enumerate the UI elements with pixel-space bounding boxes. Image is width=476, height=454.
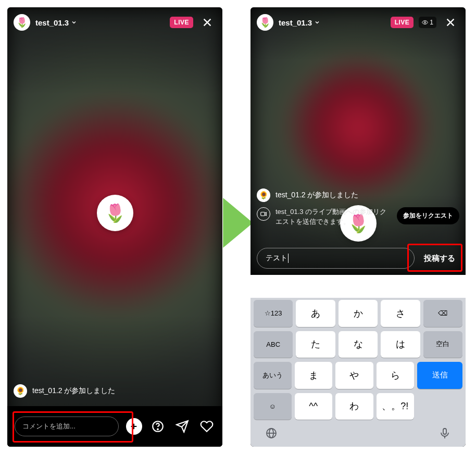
comment-input[interactable]: テスト xyxy=(257,248,415,269)
mic-button[interactable] xyxy=(437,426,452,440)
request-text: test_01.3 のライブ動画への参加リクエストを送信できます。 xyxy=(275,207,392,227)
live-badge: LIVE xyxy=(391,17,414,28)
center-avatar-bubble: 🌷 xyxy=(97,195,133,231)
svg-point-7 xyxy=(424,22,426,23)
key-wa[interactable]: わ xyxy=(335,393,373,420)
joined-text: test_01.2 が参加しました xyxy=(275,191,359,200)
viewer-count-badge[interactable]: 1 xyxy=(419,17,436,28)
live-header: 🌷 test_01.3 LIVE 1 xyxy=(250,7,466,37)
close-icon xyxy=(202,17,213,28)
joined-avatar: 🌻 xyxy=(14,384,27,398)
heart-icon xyxy=(200,420,214,433)
chevron-down-icon xyxy=(71,19,77,26)
key-kana-mode[interactable]: あいう xyxy=(254,362,292,389)
text-cursor xyxy=(288,254,289,263)
phone-right: 🌷 test_01.3 LIVE 1 🌷 🌻 test_01.2 が参加しました xyxy=(250,7,466,447)
key-face[interactable]: ^^ xyxy=(295,393,333,420)
chevron-down-icon xyxy=(314,19,320,26)
share-button[interactable] xyxy=(174,418,191,435)
key-abc-mode[interactable]: ABC xyxy=(254,331,293,358)
close-button[interactable] xyxy=(442,14,459,31)
key-ya[interactable]: や xyxy=(335,362,373,389)
request-join-button[interactable]: 参加をリクエスト xyxy=(397,207,459,224)
close-icon xyxy=(445,17,456,28)
key-sa[interactable]: さ xyxy=(381,300,420,327)
question-icon xyxy=(151,420,165,433)
tulip-icon: 🌷 xyxy=(104,203,126,223)
keyboard: ☆123 あ か さ ⌫ ABC た な は 空白 あいう ま や ら 送信 xyxy=(250,298,466,447)
username-label[interactable]: test_01.3 xyxy=(279,18,320,27)
key-backspace[interactable]: ⌫ xyxy=(423,300,462,327)
like-button[interactable] xyxy=(198,418,215,435)
globe-icon xyxy=(265,427,278,439)
joined-text: test_01.2 が参加しました xyxy=(32,386,116,396)
joined-notice: 🌻 test_01.2 が参加しました xyxy=(14,384,216,398)
key-ra[interactable]: ら xyxy=(377,362,415,389)
svg-point-5 xyxy=(157,429,158,430)
key-space[interactable]: 空白 xyxy=(423,331,462,358)
keyboard-suggestion-bar[interactable] xyxy=(250,275,466,298)
avatar[interactable]: 🌷 xyxy=(257,14,273,31)
key-a[interactable]: あ xyxy=(296,300,335,327)
live-header: 🌷 test_01.3 LIVE xyxy=(7,7,222,37)
joined-notice: 🌻 test_01.2 が参加しました xyxy=(257,188,459,202)
svg-rect-10 xyxy=(261,212,265,216)
annotation-highlight-comment xyxy=(12,411,133,443)
username-label[interactable]: test_01.3 xyxy=(35,18,77,27)
key-ka[interactable]: か xyxy=(339,300,378,327)
flow-arrow xyxy=(223,198,253,248)
question-button[interactable] xyxy=(149,418,167,435)
key-emoji[interactable]: ☺︎ xyxy=(254,393,292,420)
phone-left: 🌷 test_01.3 LIVE 🌷 🌻 test_01.2 が参加しました コ… xyxy=(7,7,222,447)
key-ta[interactable]: た xyxy=(296,331,335,358)
add-video-icon xyxy=(257,207,270,221)
send-icon xyxy=(176,420,189,433)
keyboard-bottom-row xyxy=(250,422,466,447)
svg-rect-14 xyxy=(443,428,446,434)
live-badge: LIVE xyxy=(170,17,193,28)
mic-icon xyxy=(439,427,451,439)
request-notice: test_01.3 のライブ動画への参加リクエストを送信できます。 参加をリクエ… xyxy=(257,207,459,227)
eye-icon xyxy=(422,19,428,26)
key-send[interactable]: 送信 xyxy=(417,362,462,389)
svg-marker-6 xyxy=(223,198,253,248)
avatar-glyph: 🌷 xyxy=(259,17,271,28)
avatar[interactable]: 🌷 xyxy=(14,14,30,31)
close-button[interactable] xyxy=(198,14,216,31)
key-ha[interactable]: は xyxy=(381,331,420,358)
key-num-mode[interactable]: ☆123 xyxy=(254,300,293,327)
key-na[interactable]: な xyxy=(339,331,378,358)
key-ma[interactable]: ま xyxy=(295,362,333,389)
avatar-glyph: 🌷 xyxy=(16,17,28,28)
key-punct[interactable]: 、。?! xyxy=(377,393,415,420)
globe-button[interactable] xyxy=(264,426,279,440)
joined-avatar: 🌻 xyxy=(257,188,270,202)
annotation-highlight-post xyxy=(407,244,462,272)
